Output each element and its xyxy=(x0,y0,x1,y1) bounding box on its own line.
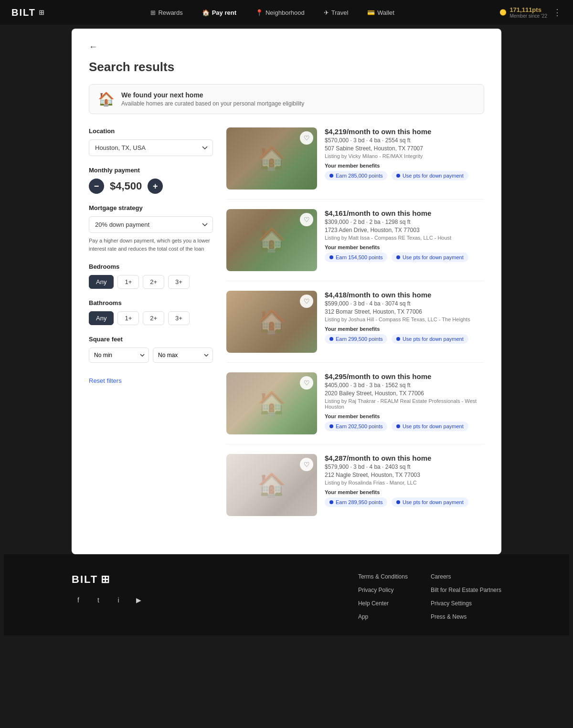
benefit-tag: Earn 285,000 points xyxy=(325,171,387,180)
tag-dot xyxy=(396,337,400,341)
listing-address: 212 Nagle Street, Houston, TX 77003 xyxy=(325,472,484,478)
nav-more-button[interactable]: ⋮ xyxy=(553,7,562,18)
tag-dot xyxy=(396,500,400,504)
page-content: ← Search results 🏠 We found your next ho… xyxy=(72,29,501,554)
tag-label: Earn 285,000 points xyxy=(336,173,382,179)
listing-info-2: $4,161/month to own this home $309,000 ·… xyxy=(325,209,484,271)
member-since: Member since '22 xyxy=(509,13,547,19)
sqft-min-select[interactable]: No min xyxy=(89,348,149,363)
footer-link[interactable]: Terms & Conditions xyxy=(358,573,408,580)
benefit-tag: Use pts for down payment xyxy=(392,253,468,262)
footer-link[interactable]: Bilt for Real Estate Partners xyxy=(431,587,501,593)
footer-link[interactable]: Careers xyxy=(431,573,501,580)
favorite-button-5[interactable]: ♡ xyxy=(300,458,313,471)
nav-item-rewards[interactable]: ⊞Rewards xyxy=(148,7,185,18)
bathroom-btn-3plus[interactable]: 3+ xyxy=(168,311,190,325)
back-button[interactable]: ← xyxy=(89,42,97,52)
benefits-label: Your member benefits xyxy=(325,244,484,250)
instagram-icon[interactable]: i xyxy=(112,593,125,607)
benefits-label: Your member benefits xyxy=(325,489,484,495)
listing-price-monthly: $4,418/month to own this home xyxy=(325,291,484,299)
mortgage-label: Mortgage strategy xyxy=(89,204,213,211)
banner-text: We found your next home Available homes … xyxy=(121,91,304,107)
benefit-tag: Earn 154,500 points xyxy=(325,253,387,262)
nav-item-wallet[interactable]: 💳Wallet xyxy=(364,7,397,18)
listing-price-monthly: $4,287/month to own this home xyxy=(325,454,484,462)
bathroom-btn-Any[interactable]: Any xyxy=(89,311,114,325)
bedrooms-filter: Bedrooms Any1+2+3+ xyxy=(89,263,213,289)
listing-card-4: 🏠 ♡ $4,295/month to own this home $405,0… xyxy=(226,372,484,444)
benefit-tags: Earn 289,950 points Use pts for down pay… xyxy=(325,497,484,509)
footer-logo: BILT ⊞ xyxy=(72,573,145,586)
favorite-button-3[interactable]: ♡ xyxy=(300,295,313,308)
nav-item-neighborhood[interactable]: 📍Neighborhood xyxy=(253,7,308,18)
banner-title: We found your next home xyxy=(121,91,304,99)
tag-label: Earn 154,500 points xyxy=(336,254,382,260)
payment-label: Monthly payment xyxy=(89,167,213,174)
footer-link[interactable]: App xyxy=(358,613,408,620)
bathroom-btn-2plus[interactable]: 2+ xyxy=(143,311,164,325)
location-select[interactable]: Houston, TX, USA xyxy=(89,139,213,156)
listing-details: $570,000 · 3 bd · 4 ba · 2554 sq ft xyxy=(325,137,484,144)
footer-link[interactable]: Privacy Settings xyxy=(431,600,501,607)
tag-label: Use pts for down payment xyxy=(403,254,464,260)
bedroom-btn-Any[interactable]: Any xyxy=(89,275,114,289)
youtube-icon[interactable]: ▶ xyxy=(132,593,145,607)
footer-link[interactable]: Press & News xyxy=(431,613,501,620)
listing-details: $599,000 · 3 bd · 4 ba · 3074 sq ft xyxy=(325,300,484,307)
benefit-tags: Earn 202,500 points Use pts for down pay… xyxy=(325,422,484,433)
listing-price-monthly: $4,295/month to own this home xyxy=(325,372,484,380)
listing-info-1: $4,219/month to own this home $570,000 ·… xyxy=(325,127,484,190)
bathrooms-filter: Bathrooms Any1+2+3+ xyxy=(89,299,213,325)
favorite-button-1[interactable]: ♡ xyxy=(300,131,313,145)
listing-address: 507 Sabine Street, Houston, TX 77007 xyxy=(325,145,484,152)
nav-item-travel[interactable]: ✈Travel xyxy=(321,7,351,18)
footer-left: BILT ⊞ fti▶ xyxy=(72,573,145,607)
facebook-icon[interactable]: f xyxy=(72,593,85,607)
nav-item-pay-rent[interactable]: 🏠Pay rent xyxy=(199,7,239,18)
benefit-tag: Use pts for down payment xyxy=(392,171,468,180)
sqft-max-select[interactable]: No max xyxy=(153,348,213,363)
nav-items: ⊞Rewards🏠Pay rent📍Neighborhood✈Travel💳Wa… xyxy=(148,7,397,18)
tag-dot xyxy=(329,424,333,428)
bathroom-btn-1plus[interactable]: 1+ xyxy=(117,311,139,325)
tag-label: Use pts for down payment xyxy=(403,499,464,505)
mortgage-select[interactable]: 20% down payment xyxy=(89,216,213,233)
location-filter: Location Houston, TX, USA xyxy=(89,127,213,156)
listing-agent: Listing by Raj Thakrar - REALM Real Esta… xyxy=(325,398,484,410)
listing-info-3: $4,418/month to own this home $599,000 ·… xyxy=(325,291,484,353)
footer-links: Terms & ConditionsPrivacy PolicyHelp Cen… xyxy=(358,573,501,620)
listing-card-1: 🏠 ♡ $4,219/month to own this home $570,0… xyxy=(226,127,484,200)
footer-link[interactable]: Help Center xyxy=(358,600,408,607)
tag-label: Use pts for down payment xyxy=(403,336,464,342)
payment-control: − $4,500 + xyxy=(89,179,213,194)
listing-address: 312 Bomar Street, Houston, TX 77006 xyxy=(325,308,484,315)
twitter-icon[interactable]: t xyxy=(92,593,105,607)
favorite-button-4[interactable]: ♡ xyxy=(300,376,313,390)
bedroom-btn-2plus[interactable]: 2+ xyxy=(143,275,164,289)
favorite-button-2[interactable]: ♡ xyxy=(300,213,313,226)
benefit-tag: Earn 299,500 points xyxy=(325,334,387,344)
bedroom-btn-1plus[interactable]: 1+ xyxy=(117,275,139,289)
footer-link[interactable]: Privacy Policy xyxy=(358,587,408,593)
outer-wrapper: ← Search results 🏠 We found your next ho… xyxy=(0,25,573,639)
nav-logo: BILT ⊞ xyxy=(11,7,45,18)
listing-image-1: 🏠 ♡ xyxy=(226,127,317,190)
reset-filters-link[interactable]: Reset filters xyxy=(89,377,122,384)
payment-decrease-button[interactable]: − xyxy=(89,179,104,194)
benefit-tag: Use pts for down payment xyxy=(392,334,468,344)
listing-details: $579,900 · 3 bd · 4 ba · 2403 sq ft xyxy=(325,464,484,470)
benefits-label: Your member benefits xyxy=(325,326,484,332)
mortgage-filter: Mortgage strategy 20% down payment Pay a… xyxy=(89,204,213,253)
listing-image-3: 🏠 ♡ xyxy=(226,291,317,353)
listing-card-5: 🏠 ♡ $4,287/month to own this home $579,9… xyxy=(226,454,484,526)
listing-price-monthly: $4,219/month to own this home xyxy=(325,127,484,136)
tag-label: Use pts for down payment xyxy=(403,173,464,179)
tag-label: Earn 289,950 points xyxy=(336,499,382,505)
listing-image-4: 🏠 ♡ xyxy=(226,372,317,434)
listing-agent: Listing by Rosalinda Frias - Manor, LLC xyxy=(325,480,484,485)
tag-dot xyxy=(329,337,333,341)
footer-col-2: CareersBilt for Real Estate PartnersPriv… xyxy=(431,573,501,620)
payment-increase-button[interactable]: + xyxy=(148,179,163,194)
bedroom-btn-3plus[interactable]: 3+ xyxy=(168,275,190,289)
